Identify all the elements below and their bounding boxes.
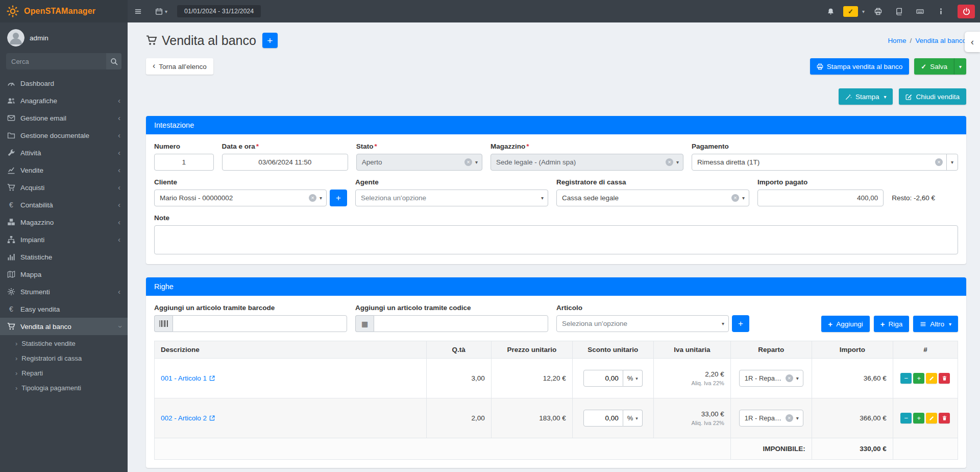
sconto-unit-select[interactable]: %▾ [623, 370, 643, 387]
cliente-select[interactable]: Mario Rossi - 00000002×▾ [154, 190, 327, 206]
codice-input[interactable] [374, 315, 548, 332]
magazzino-select[interactable]: Sede legale - (Admin spa)×▾ [491, 154, 683, 171]
column-header-descrizione: Descrizione [155, 341, 427, 359]
sidebar-item-impianti[interactable]: Impianti‹ [0, 231, 128, 248]
articolo-label: Articolo [556, 304, 749, 312]
sconto-input[interactable] [583, 370, 623, 387]
importo-pagato-input[interactable] [757, 190, 884, 206]
data-ora-input[interactable] [222, 154, 348, 171]
euro-icon: € [7, 201, 15, 209]
altro-button[interactable]: Altro▾ [913, 316, 958, 332]
breadcrumb-current-link[interactable]: Vendita al banco [915, 37, 966, 44]
angle-right-icon: › [15, 369, 17, 377]
brand[interactable]: OpenSTAManager [0, 0, 128, 22]
breadcrumb-home-link[interactable]: Home [888, 37, 906, 44]
reparto-select[interactable]: 1R - Reparto 1...×▾ [739, 410, 803, 427]
increase-qty-button[interactable]: + [913, 373, 924, 384]
collapse-arrow-button[interactable]: ‹ [965, 32, 980, 52]
save-dropdown-toggle[interactable]: ▾ [954, 58, 966, 75]
articolo-select[interactable]: Seleziona un'opzione▾ [556, 315, 729, 332]
sidebar-subitem-registratori-di-cassa[interactable]: ›Registratori di cassa [0, 351, 128, 366]
pagamento-select[interactable]: Rimessa diretta (1T)×▾ [692, 154, 958, 171]
caret-down-icon: ▾ [796, 375, 799, 381]
logout-button[interactable] [958, 5, 975, 18]
back-to-list-button[interactable]: ‹Torna all'elenco [146, 58, 213, 75]
add-articolo-button[interactable]: + [732, 315, 749, 332]
agente-select[interactable]: Seleziona un'opzione▾ [355, 190, 548, 206]
delete-row-button[interactable] [939, 373, 950, 384]
clear-icon[interactable]: × [464, 158, 472, 166]
sidebar-item-anagrafiche[interactable]: Anagrafiche‹ [0, 92, 128, 109]
main-area: ▾ 01/01/2024 - 31/12/2024 ✓ ▾ ‹ Vendita … [128, 0, 980, 472]
date-range[interactable]: 01/01/2024 - 31/12/2024 [177, 5, 261, 17]
search-input[interactable] [6, 53, 106, 69]
clear-icon[interactable]: × [786, 374, 793, 382]
sidebar-item-gestione-documentale[interactable]: Gestione documentale‹ [0, 127, 128, 144]
sidebar-item-attivita[interactable]: Attività‹ [0, 144, 128, 161]
clear-icon[interactable]: × [786, 414, 793, 422]
shortcuts-button[interactable] [910, 0, 930, 22]
chevron-left-icon: ‹ [118, 166, 120, 174]
clear-icon[interactable]: × [935, 158, 943, 166]
clear-icon[interactable]: × [309, 194, 316, 202]
delete-row-button[interactable] [939, 413, 950, 423]
close-sale-icon [905, 93, 912, 100]
add-record-button[interactable]: + [262, 33, 278, 48]
note-label: Note [154, 214, 958, 222]
decrease-qty-button[interactable]: − [900, 373, 912, 384]
user-panel[interactable]: admin [0, 22, 128, 52]
period-picker-button[interactable]: ▾ [149, 0, 174, 22]
notifications-button[interactable] [820, 0, 841, 22]
chevron-left-icon: ‹ [118, 183, 120, 191]
sidebar-toggle-button[interactable] [128, 0, 149, 22]
sidebar-item-vendite[interactable]: Vendite‹ [0, 161, 128, 179]
reparto-select[interactable]: 1R - Reparto 1...×▾ [739, 370, 803, 387]
column-header-prezzo: Prezzo unitario [491, 341, 572, 359]
search-button[interactable] [106, 53, 121, 69]
print-options-button[interactable]: Stampa▾ [839, 88, 893, 105]
close-sale-button[interactable]: Chiudi vendita [899, 88, 966, 105]
registratore-select[interactable]: Cassa sede legale×▾ [556, 190, 749, 206]
sidebar-item-dashboard[interactable]: Dashboard [0, 75, 128, 92]
sidebar-subitem-statistiche-vendite[interactable]: ›Statistiche vendite [0, 336, 128, 351]
column-header-iva: Iva unitaria [653, 341, 730, 359]
stato-select[interactable]: Aperto×▾ [356, 154, 482, 171]
articolo-link[interactable]: 001 - Articolo 1 [161, 374, 215, 382]
clear-icon[interactable]: × [666, 158, 673, 166]
sidebar-subitem-reparti[interactable]: ›Reparti [0, 366, 128, 381]
edit-row-button[interactable] [926, 373, 937, 384]
sidebar-item-easy-vendita[interactable]: €Easy vendita [0, 300, 128, 318]
sidebar-subitem-tipologia-pagamenti[interactable]: ›Tipologia pagamenti [0, 381, 128, 395]
articolo-link[interactable]: 002 - Articolo 2 [161, 414, 215, 422]
euro-icon: € [7, 305, 15, 313]
sidebar-item-vendita-al-banco[interactable]: Vendita al banco‹ [0, 318, 128, 335]
plus-icon: + [917, 415, 921, 421]
add-cliente-button[interactable]: + [330, 190, 347, 206]
save-button[interactable]: ✓Salva [914, 58, 954, 75]
documentation-button[interactable] [889, 0, 910, 22]
sidebar-item-contabilita[interactable]: €Contabilità‹ [0, 196, 128, 214]
print-sale-button[interactable]: Stampa vendita al banco [810, 58, 910, 75]
sidebar-item-statistiche[interactable]: Statistiche [0, 248, 128, 266]
print-button[interactable] [868, 0, 889, 22]
clear-icon[interactable]: × [731, 194, 739, 202]
riga-button[interactable]: +Riga [874, 316, 910, 332]
sconto-unit-select[interactable]: %▾ [623, 410, 643, 427]
todo-check-button[interactable]: ✓ [843, 6, 858, 17]
sidebar-item-acquisti[interactable]: Acquisti‹ [0, 179, 128, 196]
numero-input[interactable] [154, 154, 214, 171]
edit-row-button[interactable] [926, 413, 937, 423]
sidebar-item-strumenti[interactable]: Strumenti‹ [0, 283, 128, 300]
decrease-qty-button[interactable]: − [900, 413, 912, 423]
todo-dropdown-toggle[interactable]: ▾ [859, 0, 868, 22]
action-row-2: Stampa▾ Chiudi vendita [146, 88, 966, 105]
info-button[interactable] [930, 0, 951, 22]
sidebar-item-mappa[interactable]: Mappa [0, 266, 128, 283]
aggiungi-button[interactable]: +Aggiungi [821, 316, 869, 332]
sidebar-item-magazzino[interactable]: Magazzino‹ [0, 214, 128, 231]
sconto-input[interactable] [583, 410, 623, 427]
increase-qty-button[interactable]: + [913, 413, 924, 423]
note-textarea[interactable] [154, 225, 958, 254]
sidebar-item-gestione-email[interactable]: Gestione email‹ [0, 109, 128, 127]
barcode-input[interactable] [173, 315, 347, 332]
